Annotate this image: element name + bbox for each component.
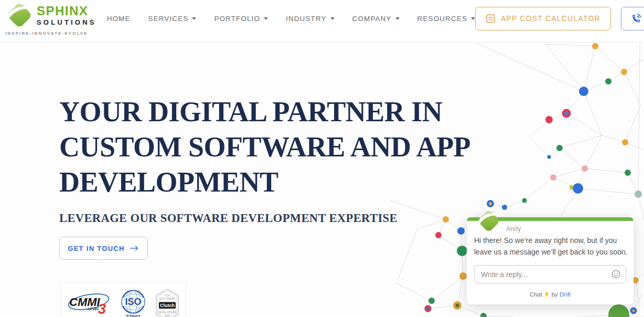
nav-item-industry[interactable]: INDUSTRY (286, 15, 335, 23)
header-actions: APP COST CALCULATOR CONTACT US (475, 7, 644, 30)
clutch-developers-text: DEVELOPERS (158, 311, 176, 314)
chevron-down-icon (192, 17, 196, 20)
contact-us-button[interactable]: CONTACT US (621, 7, 644, 30)
main-nav: HOME SERVICES PORTFOLIO INDUSTRY COMPANY… (107, 15, 475, 23)
chevron-down-icon (395, 17, 400, 20)
chevron-down-icon (471, 17, 475, 20)
clutch-name: Clutch (160, 303, 175, 308)
chat-input-wrap (474, 265, 626, 283)
nav-item-portfolio[interactable]: PORTFOLIO (214, 15, 268, 23)
page-title-line-2: CUSTOM SOFTWARE AND APP (59, 130, 470, 165)
chevron-down-icon (330, 17, 335, 20)
nav-label: HOME (107, 15, 131, 23)
clutch-year-text: 2020 (165, 314, 170, 317)
chat-agent-avatar (476, 208, 501, 234)
phone-call-icon (630, 13, 641, 24)
get-in-touch-button[interactable]: GET IN TOUCH (59, 237, 148, 260)
brand-name-top: SPHINX (37, 5, 96, 17)
calculator-icon (486, 14, 496, 24)
certification-badges-card: CMMI LEVEL 3 ISO 27001 TOP SOFTWARE Clut… (60, 282, 186, 317)
brand-tagline: INSPIRE-INNOVATE-EVOLVE (5, 31, 96, 36)
page-title: YOUR DIGITAL PARTNER IN CUSTOM SOFTWARE … (59, 94, 470, 200)
nav-item-home[interactable]: HOME (107, 15, 131, 23)
cmmi-level-3-badge: CMMI LEVEL 3 (67, 289, 112, 316)
chat-footer-by: by (552, 291, 558, 298)
chat-widget: Andy Hi there! So we’re away right now, … (467, 217, 634, 304)
get-in-touch-label: GET IN TOUCH (68, 245, 125, 252)
cmmi-level-number: 3 (98, 301, 106, 316)
clutch-top-text: TOP (164, 294, 170, 297)
page-title-line-3: DEVELOPMENT (59, 165, 470, 200)
arrow-right-icon (130, 245, 139, 251)
nav-label: SERVICES (148, 15, 189, 23)
app-cost-calculator-label: APP COST CALCULATOR (501, 14, 600, 23)
brand-logo[interactable]: SPHINX SOLUTIONS INSPIRE-INNOVATE-EVOLVE (5, 1, 96, 36)
lightning-bolt-icon (544, 291, 549, 298)
sphinx-diamond-icon (5, 1, 34, 29)
chat-reply-input[interactable] (474, 265, 626, 283)
drift-link[interactable]: Drift (560, 291, 571, 298)
nav-label: PORTFOLIO (214, 15, 260, 23)
chat-footer-chat: Chat (530, 291, 542, 298)
app-cost-calculator-button[interactable]: APP COST CALCULATOR (475, 7, 611, 30)
nav-item-resources[interactable]: RESOURCES (417, 15, 475, 23)
chat-message: Hi there! So we’re away right now, but i… (474, 235, 628, 258)
iso-27001-badge: ISO 27001 (119, 289, 148, 317)
hero-subheading: LEVERAGE OUR SOFTWARE DEVELOPMENT EXPERT… (59, 212, 470, 225)
chevron-down-icon (264, 17, 268, 20)
clutch-software-text: SOFTWARE (159, 298, 176, 300)
clutch-top-developers-badge: TOP SOFTWARE Clutch DEVELOPERS 2020 (155, 289, 180, 317)
chat-agent-name: Andy (506, 225, 521, 233)
nav-label: INDUSTRY (286, 15, 327, 23)
chat-footer: Chat by Drift (467, 291, 634, 298)
header: SPHINX SOLUTIONS INSPIRE-INNOVATE-EVOLVE… (0, 0, 644, 43)
brand-name-bottom: SOLUTIONS (37, 18, 96, 27)
page-title-line-1: YOUR DIGITAL PARTNER IN (59, 94, 470, 130)
nav-item-company[interactable]: COMPANY (352, 15, 400, 23)
nav-label: COMPANY (352, 15, 392, 23)
iso-title: ISO (125, 297, 141, 307)
emoji-smiley-icon[interactable] (611, 269, 621, 279)
iso-number: 27001 (125, 314, 141, 317)
nav-item-services[interactable]: SERVICES (148, 15, 197, 23)
nav-label: RESOURCES (417, 15, 467, 23)
hero-content: YOUR DIGITAL PARTNER IN CUSTOM SOFTWARE … (59, 43, 470, 260)
